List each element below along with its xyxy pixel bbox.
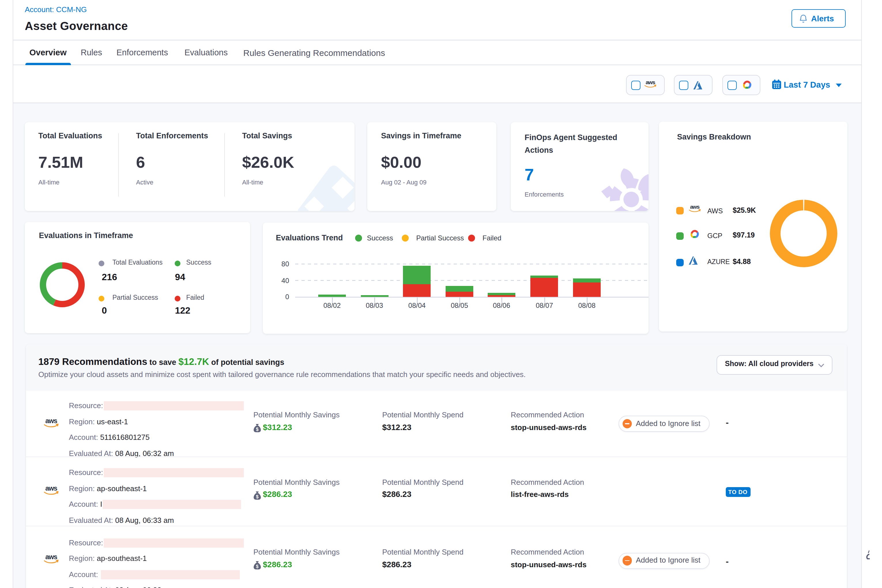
svg-text:$: $ [256, 564, 258, 569]
svg-text:aws: aws [45, 417, 57, 424]
svg-text:aws: aws [45, 484, 57, 492]
svg-text:aws: aws [690, 204, 699, 210]
svg-text:aws: aws [45, 554, 57, 561]
svg-text:$: $ [256, 494, 258, 499]
svg-text:aws: aws [646, 80, 655, 86]
svg-text:$: $ [256, 427, 258, 432]
